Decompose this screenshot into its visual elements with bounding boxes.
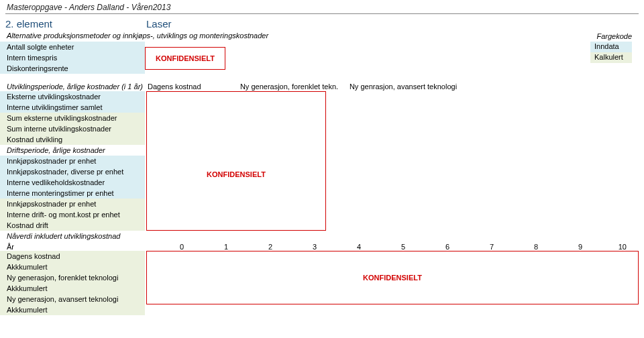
row-label: Interne utviklingstimer samlet: [0, 102, 145, 113]
section-name: Laser: [146, 18, 172, 30]
year-cell: 5: [366, 243, 411, 251]
row-label: Akkkumulert: [0, 304, 145, 315]
page-header: Masteroppgave - Anders Dalland - Våren20…: [0, 0, 644, 13]
row-label: Kostnad drift: [0, 220, 145, 231]
year-cell: 10: [588, 243, 632, 251]
label-antall: Antall solgte enheter: [0, 42, 145, 52]
row-label: Interne monteringstimer pr enhet: [0, 188, 145, 199]
row-label: Innkjøpskostnader, diverse pr enhet: [0, 166, 145, 177]
section-title: 2. element Laser: [0, 17, 644, 31]
row-label: Kostnad utvikling: [0, 134, 145, 145]
row-label: Innkjøpskostnader pr enhet: [0, 156, 145, 166]
year-cell: 0: [145, 243, 189, 251]
year-cell: 9: [543, 243, 588, 251]
year-cell: 1: [189, 243, 233, 251]
table-header: Utviklingsperiode, årlige kostnader (i 1…: [0, 82, 644, 91]
label-disk: Diskonteringsrente: [0, 63, 145, 74]
confidential-box-table: KONFIDENSIELT: [146, 91, 326, 231]
year-label: År: [7, 243, 145, 251]
row-label: Akkkumulert: [0, 283, 145, 294]
year-row: År 012345678910: [0, 243, 644, 251]
col-avansert: Ny genrasjon, avansert teknologi: [346, 82, 460, 91]
row-label: Interne drift- og mont.kost pr enhet: [0, 209, 145, 220]
row-label: Ny generasjon, avansert teknologi: [0, 294, 145, 304]
legend-title: Fargekode: [596, 31, 644, 42]
row-label: Dagens kostnad: [0, 251, 145, 262]
row-label: Innkjøpskostnader pr enhet: [0, 199, 145, 209]
drift-header: Driftsperiode, årlige kostnader: [0, 145, 145, 156]
section-number: 2. element: [5, 18, 146, 30]
row-label: Eksterne utviklingskostnader: [0, 91, 145, 102]
row-header-title: Utviklingsperiode, årlige kostnader (i 1…: [0, 82, 145, 91]
confidential-label-2: KONFIDENSIELT: [363, 274, 422, 282]
bottom-block: KONFIDENSIELT Dagens kostnadAkkkumulertN…: [0, 251, 644, 315]
label-intern: Intern timespris: [0, 52, 145, 63]
col-forenklet: Ny generasjon, forenklet tekn.: [232, 82, 346, 91]
table-body: KONFIDENSIELT Eksterne utviklingskostnad…: [0, 91, 644, 231]
table-row: Akkkumulert: [0, 304, 644, 315]
naaverdi-label: Nåverdi inkludert utviklingskostnad: [0, 231, 145, 241]
year-cell: 4: [322, 243, 366, 251]
confidential-label: KONFIDENSIELT: [207, 170, 266, 178]
row-label: Ny generasjon, forenklet teknologi: [0, 272, 145, 283]
confidential-box-inputs: KONFIDENSIELT: [145, 47, 225, 70]
confidential-box-bottom: KONFIDENSIELT: [146, 251, 639, 304]
row-label: Interne vedlikeholdskostnader: [0, 177, 145, 188]
year-cell: 8: [499, 243, 543, 251]
subtitle-row: Alternative produksjonsmetoder og innkjø…: [0, 31, 644, 42]
row-label: Sum eksterne utviklingskostnader: [0, 113, 145, 123]
input-labels: Antall solgte enheter Intern timespris D…: [0, 42, 145, 74]
year-cell: 7: [455, 243, 499, 251]
col-dagens: Dagens kostnad: [145, 82, 232, 91]
year-cell: 3: [278, 243, 322, 251]
subtitle: Alternative produksjonsmetoder og innkjø…: [0, 31, 288, 42]
legend-kalkulert: Kalkulert: [590, 52, 632, 63]
row-label: Akkkumulert: [0, 262, 145, 272]
year-cell: 2: [233, 243, 278, 251]
row-label: Sum interne utviklingskostnader: [0, 123, 145, 134]
year-cell: 6: [411, 243, 455, 251]
divider: [5, 13, 639, 14]
legend-inndata: Inndata: [590, 42, 632, 52]
